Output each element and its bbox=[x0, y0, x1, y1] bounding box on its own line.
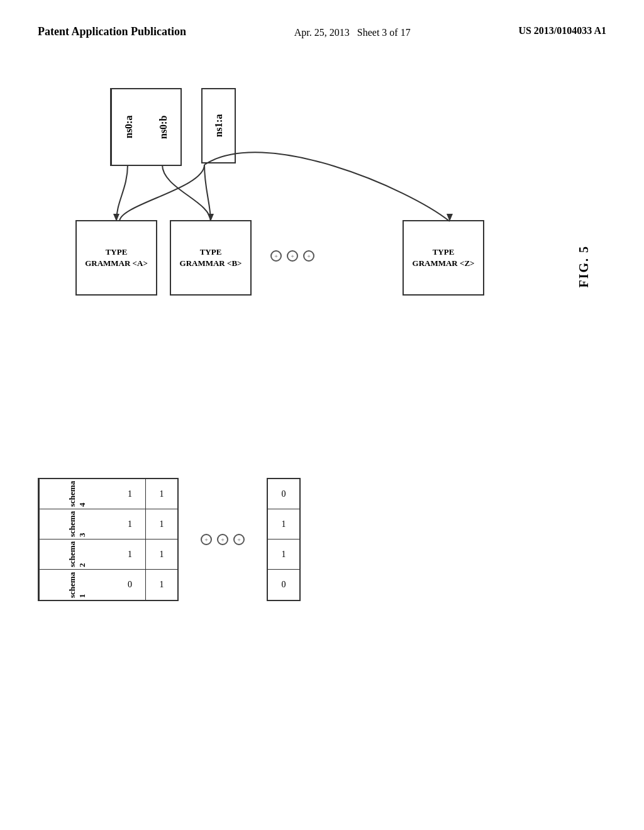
dot-1 bbox=[270, 250, 282, 262]
grammar-box-b: TYPE GRAMMAR <B> bbox=[170, 220, 252, 296]
sheet-label: Sheet 3 of 17 bbox=[357, 27, 411, 38]
sheet-info: Apr. 25, 2013 Sheet 3 of 17 bbox=[294, 25, 411, 40]
dot-2 bbox=[287, 250, 298, 262]
page-header: Patent Application Publication Apr. 25, … bbox=[0, 0, 644, 40]
schema-label-3: schema 3 bbox=[39, 509, 114, 539]
schema3-col1: 1 bbox=[114, 509, 146, 539]
table-row: schema 2 1 1 bbox=[39, 540, 177, 570]
schema-table: schema 4 1 1 schema 3 1 1 schema 2 1 1 bbox=[38, 478, 509, 601]
dot-3 bbox=[303, 250, 314, 262]
schema-label-1: schema 1 bbox=[39, 570, 114, 600]
grammar-box-z: TYPE GRAMMAR <Z> bbox=[402, 220, 484, 296]
ns-box-ns1a: ns1:a bbox=[189, 88, 236, 163]
ellipsis-dots-top bbox=[270, 250, 314, 262]
schema2-col1: 1 bbox=[114, 540, 146, 569]
right-cell-4: 0 bbox=[268, 479, 299, 509]
ns0b-box: ns0:b bbox=[146, 89, 180, 165]
ns0a-box: ns0:a bbox=[111, 89, 146, 165]
schema4-col2: 1 bbox=[146, 479, 177, 509]
ns-box-group-1: ns0:a ns0:b bbox=[110, 88, 182, 166]
schema2-col2: 1 bbox=[146, 540, 177, 569]
right-cell-2: 1 bbox=[268, 540, 299, 570]
table-dot-3 bbox=[233, 534, 245, 545]
table-dot-2 bbox=[217, 534, 228, 545]
schema1-col1: 0 bbox=[114, 570, 146, 600]
patent-number: US 2013/0104033 A1 bbox=[518, 25, 606, 36]
table-left-section: schema 4 1 1 schema 3 1 1 schema 2 1 1 bbox=[38, 478, 179, 601]
bottom-table-area: schema 4 1 1 schema 3 1 1 schema 2 1 1 bbox=[38, 478, 509, 601]
table-row: schema 4 1 1 bbox=[39, 479, 177, 509]
table-right-section: 0 1 1 0 bbox=[267, 478, 301, 601]
table-row: schema 3 1 1 bbox=[39, 509, 177, 540]
table-dot-1 bbox=[201, 534, 212, 545]
schema3-col2: 1 bbox=[146, 509, 177, 539]
schema1-col2: 1 bbox=[146, 570, 177, 600]
right-cell-3: 1 bbox=[268, 509, 299, 540]
right-cell-1: 0 bbox=[268, 570, 299, 600]
table-row: schema 1 0 1 bbox=[39, 570, 177, 600]
grammar-box-a: TYPE GRAMMAR <A> bbox=[75, 220, 157, 296]
schema-label-2: schema 2 bbox=[39, 540, 114, 569]
publication-label: Patent Application Publication bbox=[38, 25, 186, 38]
table-middle-dots bbox=[191, 478, 254, 601]
main-diagram: ns0:a ns0:b ns1:a TYPE GRAMMAR <A> TYPE … bbox=[38, 88, 604, 453]
date-label: Apr. 25, 2013 bbox=[294, 27, 350, 38]
schema-label-4: schema 4 bbox=[39, 479, 114, 509]
schema4-col1: 1 bbox=[114, 479, 146, 509]
figure-label: FIG. 5 bbox=[577, 245, 591, 288]
